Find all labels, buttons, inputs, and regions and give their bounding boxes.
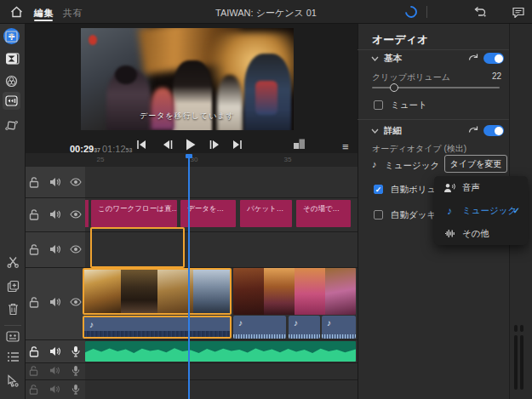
playhead[interactable] <box>188 154 190 399</box>
music-clip-selected[interactable]: ♪ <box>83 316 232 339</box>
track1-lock-icon[interactable] <box>29 177 39 188</box>
title-clip-1[interactable]: このワークフローは直… <box>91 200 177 227</box>
panel-title: オーディオ <box>372 32 428 48</box>
voice-icon <box>443 183 455 193</box>
advanced-toggle[interactable] <box>483 125 504 136</box>
title-clip-sliver[interactable] <box>85 200 89 227</box>
tab-edit-underline <box>34 20 53 21</box>
timeline-scrollbar[interactable] <box>520 335 523 390</box>
next-clip-button[interactable] <box>232 140 243 150</box>
step-back-button[interactable] <box>162 140 173 150</box>
track5-lock-icon[interactable] <box>29 346 39 357</box>
advanced-reset-icon[interactable] <box>467 125 478 134</box>
basic-reset-icon[interactable] <box>467 53 478 62</box>
video-clip-2[interactable] <box>233 268 356 315</box>
video-clip-selected[interactable] <box>83 268 232 315</box>
track1-lane[interactable] <box>85 167 358 197</box>
titles-panel-icon[interactable] <box>0 31 23 43</box>
track7-mute-icon[interactable] <box>49 385 60 394</box>
auto-ducking-checkbox[interactable] <box>374 210 383 219</box>
music-waveform <box>84 331 230 337</box>
music-note-icon: ♪ <box>294 318 298 328</box>
video-thumb-5 <box>233 268 264 315</box>
track2-mute-icon[interactable] <box>49 209 60 219</box>
mute-checkbox[interactable] <box>374 100 383 110</box>
preview-backpack <box>255 81 277 115</box>
select-pointer-icon[interactable] <box>0 374 26 387</box>
transitions-panel-icon[interactable] <box>0 53 23 65</box>
delete-trash-icon[interactable] <box>0 303 26 316</box>
step-forward-button[interactable] <box>209 140 220 150</box>
track2-lock-icon[interactable] <box>29 209 39 220</box>
dropdown-item-voice[interactable]: 音声 <box>434 176 528 199</box>
timeline-scrollbar[interactable] <box>514 335 518 390</box>
track3-lock-icon[interactable] <box>29 244 39 255</box>
track6-lane[interactable] <box>85 363 358 379</box>
music-note-icon: ♪ <box>327 318 331 328</box>
timeline-zoom-handle[interactable] <box>520 325 523 332</box>
feedback-icon[interactable] <box>512 7 524 18</box>
title-clip-4[interactable]: その場で… <box>296 200 351 227</box>
duplicate-icon[interactable] <box>0 280 26 293</box>
title-clip-1-label: このワークフローは直… <box>98 204 177 214</box>
track6-lock-icon[interactable] <box>29 366 38 376</box>
audio-panel-icon[interactable] <box>0 95 23 106</box>
change-type-button[interactable]: タイプを変更 <box>444 155 507 173</box>
music-waveform <box>233 334 286 339</box>
music-clip-3[interactable]: ♪ <box>289 316 320 339</box>
dropdown-item-other-label: その他 <box>462 228 489 240</box>
voiceover-audio-clip[interactable] <box>85 341 356 362</box>
playhead-handle[interactable] <box>186 154 192 158</box>
auto-volume-checkbox[interactable]: ✓ <box>374 185 383 194</box>
timeline-zoom-handle[interactable] <box>514 325 518 332</box>
track3-mute-icon[interactable] <box>49 244 60 254</box>
preview-quality-icon[interactable] <box>293 138 306 150</box>
clip-volume-slider-knob[interactable] <box>390 83 398 92</box>
track1-visibility-icon[interactable] <box>70 178 82 186</box>
track4-lock-icon[interactable] <box>29 297 39 308</box>
play-button[interactable] <box>186 139 196 151</box>
track1-mute-icon[interactable] <box>49 177 60 187</box>
track7-lane[interactable] <box>85 380 358 399</box>
rail-divider <box>4 325 21 326</box>
track4-mute-icon[interactable] <box>49 297 60 307</box>
title-clip-3-label: パケット… <box>247 204 283 214</box>
track2-visibility-icon[interactable] <box>70 210 82 219</box>
track3-visibility-icon[interactable] <box>70 245 82 254</box>
dropdown-item-music[interactable]: ♪ ミュージック ✓ <box>434 199 528 222</box>
crop-rotate-panel-icon[interactable] <box>0 119 23 132</box>
track4-visibility-icon[interactable] <box>70 298 82 306</box>
change-type-button-label: タイプを変更 <box>450 158 502 170</box>
selected-empty-clip-outline[interactable] <box>90 227 185 268</box>
audio-type-label: オーディオタイプ (検出) <box>372 143 466 155</box>
transport-menu-icon[interactable]: ≡ <box>342 140 349 153</box>
music-clip-4[interactable]: ♪ <box>322 316 356 339</box>
track7-record-mic-icon[interactable] <box>72 384 80 395</box>
track7-lock-icon[interactable] <box>29 385 38 395</box>
ruler-tick-35: 35 <box>279 156 296 163</box>
video-thumb-1 <box>84 270 121 313</box>
audio-type-music-note-icon: ♪ <box>372 159 377 169</box>
color-panel-icon[interactable] <box>0 75 23 88</box>
basic-toggle[interactable] <box>483 53 504 64</box>
undo-icon[interactable] <box>473 7 486 17</box>
other-waveform-icon <box>443 229 455 238</box>
track6-mute-icon[interactable] <box>49 366 60 375</box>
video-preview-frame[interactable]: データを移行しています <box>81 28 294 130</box>
music-clip-2[interactable]: ♪ <box>233 316 286 339</box>
advanced-section-chevron-icon[interactable] <box>371 128 379 134</box>
basic-section-label[interactable]: 基本 <box>384 53 402 65</box>
track6-record-mic-icon[interactable] <box>72 365 80 376</box>
dropdown-item-other[interactable]: その他 <box>434 222 528 245</box>
track-list-icon[interactable] <box>0 351 26 362</box>
track5-mute-icon[interactable] <box>49 346 60 356</box>
sequence-title: TAIWAN: シーケンス 01 <box>0 7 532 20</box>
audio-waveform <box>85 341 356 362</box>
basic-section-chevron-icon[interactable] <box>371 56 379 61</box>
track5-record-mic-icon[interactable] <box>72 345 80 357</box>
title-clip-3[interactable]: パケット… <box>240 200 292 227</box>
advanced-section-label[interactable]: 詳細 <box>384 125 402 137</box>
captions-icon[interactable] <box>0 331 26 342</box>
previous-clip-button[interactable] <box>136 140 147 150</box>
split-scissors-icon[interactable] <box>0 255 26 268</box>
